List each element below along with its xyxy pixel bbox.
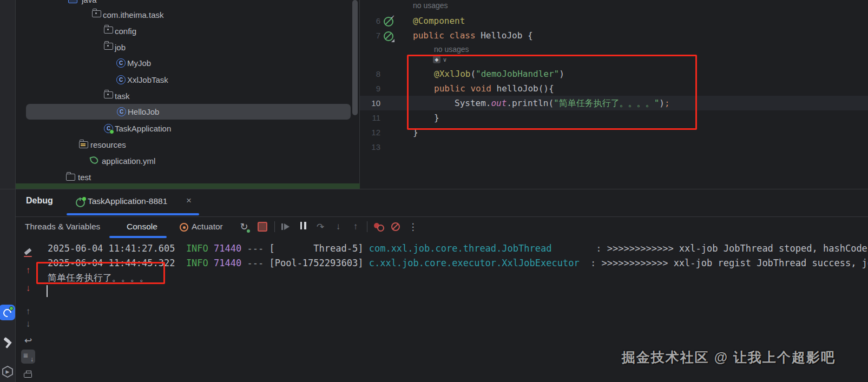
console-token: >>>>>>>>>>>> xxl-job JobThread stoped, h… (607, 243, 868, 254)
gutter-line-number-10[interactable]: 10 (360, 96, 380, 110)
ai-assistant-icon (0, 305, 15, 320)
usages-inlay-hint[interactable]: no usages (413, 0, 448, 11)
run-overlay-icon (109, 129, 114, 134)
toolbar-separator (274, 221, 275, 232)
step-into-button[interactable]: ↓ (331, 220, 345, 234)
print-button[interactable] (21, 367, 35, 381)
gutter-line-number-8[interactable]: 8 (360, 67, 380, 81)
tree-bottom-green-row (16, 183, 360, 189)
resume-button[interactable] (278, 220, 292, 234)
tree-item-task[interactable]: task (0, 88, 357, 104)
step-over-button[interactable]: ↷ (313, 220, 327, 234)
package-icon (104, 43, 113, 50)
package-icon (92, 10, 101, 17)
spring-boot-run-icon (76, 198, 85, 207)
console-token: : (590, 243, 607, 254)
tab-threads-variables[interactable]: Threads & Variables (25, 222, 100, 232)
console-token: 71440 (214, 243, 241, 254)
tree-item-label: job (115, 42, 126, 53)
project-tree[interactable]: javacom.itheima.taskconfigjobCMyJobCXxlJ… (0, 0, 359, 189)
soft-wrap-button[interactable]: ↩ (21, 333, 35, 347)
gutter-line-number-6[interactable]: 6 (360, 14, 380, 28)
step-into-icon: ↓ (336, 221, 341, 232)
code-line-7[interactable]: public class HelloJob { (413, 28, 533, 43)
console-token: INFO (186, 243, 208, 254)
down-red-button[interactable]: ↓ (21, 281, 35, 295)
debug-header-border (15, 216, 868, 217)
rerun-button[interactable]: ↻ (237, 220, 251, 234)
tree-item-TaskApplication[interactable]: CTaskApplication (0, 121, 357, 136)
console-token: 2025-06-04 11:41:27.605 (48, 243, 186, 254)
mute-breakpoints-button[interactable] (389, 220, 403, 234)
console-token: : (585, 258, 602, 268)
tree-item-test[interactable]: test (0, 169, 357, 185)
tree-item-resources[interactable]: resources (0, 137, 357, 153)
debug-run-tab-underline (67, 213, 199, 215)
ai-assistant-button[interactable] (0, 305, 15, 320)
spring-bean-check-icon[interactable]: ✓ (384, 17, 393, 27)
tree-item-XxlJobTask[interactable]: CXxlJobTask (0, 72, 357, 88)
spring-bean-slash-icon[interactable] (384, 31, 393, 41)
tree-item-label: config (115, 25, 136, 37)
tree-item-label: resources (90, 139, 126, 150)
class-run-icon: C (104, 124, 113, 133)
gutter-line-number-7[interactable]: 7 (360, 28, 380, 43)
tree-item-label: HelloJob (128, 106, 159, 117)
tree-item-config[interactable]: config (0, 23, 357, 39)
tree-item-label: test (78, 172, 91, 183)
soft-wrap-icon: ↩ (24, 335, 32, 346)
tree-item-label: com.itheima.task (103, 9, 164, 21)
class-icon: C (117, 107, 126, 116)
debug-run-tab[interactable]: TaskApplication-8881 (88, 196, 167, 206)
tree-item-label: java (82, 0, 97, 5)
resume-icon (281, 223, 290, 230)
tab-console[interactable]: Console (127, 222, 157, 232)
highlight-box-console (36, 262, 165, 284)
gutter-line-number-11[interactable]: 11 (360, 110, 380, 125)
tree-scrollbar[interactable] (352, 0, 358, 115)
view-breakpoints-button[interactable] (372, 220, 386, 234)
console-line-2: 2025-06-04 11:44:45.322 INFO 71440 --- [… (48, 256, 868, 271)
build-hammer-icon (2, 338, 14, 350)
package-icon (104, 91, 113, 98)
console-token: com.xxl.job.core.thread.JobThread (369, 243, 590, 254)
debug-panel-top-border (0, 189, 868, 189)
console-token (208, 258, 214, 268)
down-gray-button[interactable]: ↓ (21, 317, 35, 331)
ide-window: ▶ javacom.itheima.taskconfigjobCMyJobCXx… (0, 0, 868, 382)
clear-button[interactable] (21, 246, 35, 260)
up-red-button[interactable]: ↑ (21, 264, 35, 278)
tree-item-label: XxlJobTask (127, 74, 168, 85)
scroll-end-button[interactable]: ≡↓ (21, 350, 35, 364)
code-line-6[interactable]: @Component (413, 14, 465, 28)
tree-item-java[interactable]: java (0, 0, 357, 8)
more-button[interactable]: ⋮ (406, 220, 420, 234)
services-icon: ▶ (2, 366, 14, 378)
spring-boot-run-icon (76, 198, 85, 207)
pause-button[interactable] (296, 220, 310, 234)
console-token: c.xxl.job.core.executor.XxlJobExecutor (369, 258, 585, 268)
tree-item-HelloJob[interactable]: CHelloJob (0, 104, 357, 120)
services-button[interactable]: ▶ (2, 366, 14, 378)
gutter-line-number-9[interactable]: 9 (360, 81, 380, 96)
gutter-line-number-13[interactable]: 13 (360, 140, 380, 154)
close-icon[interactable]: × (186, 195, 192, 206)
console-token: INFO (186, 258, 208, 268)
tree-item-com-itheima-task[interactable]: com.itheima.task (0, 7, 357, 23)
tree-item-application-yml[interactable]: application.yml (0, 153, 357, 169)
tree-item-job[interactable]: job (0, 39, 357, 55)
highlight-box-code (407, 55, 697, 130)
toolbar-separator (367, 221, 367, 232)
build-hammer-button[interactable] (2, 338, 14, 350)
down-red-icon: ↓ (26, 283, 31, 294)
gutter-line-number-12[interactable]: 12 (360, 125, 380, 140)
usages-inlay-hint[interactable]: no usages (434, 44, 469, 55)
tab-actuator[interactable]: Actuator (192, 222, 223, 232)
console-token: --- (241, 243, 269, 254)
tree-item-MyJob[interactable]: CMyJob (0, 55, 357, 71)
mute-breakpoints-icon (391, 222, 400, 231)
class-icon: C (116, 75, 126, 84)
debug-panel-title: Debug (26, 196, 53, 206)
folder-resources-icon (79, 141, 88, 148)
class-icon: C (116, 58, 126, 68)
